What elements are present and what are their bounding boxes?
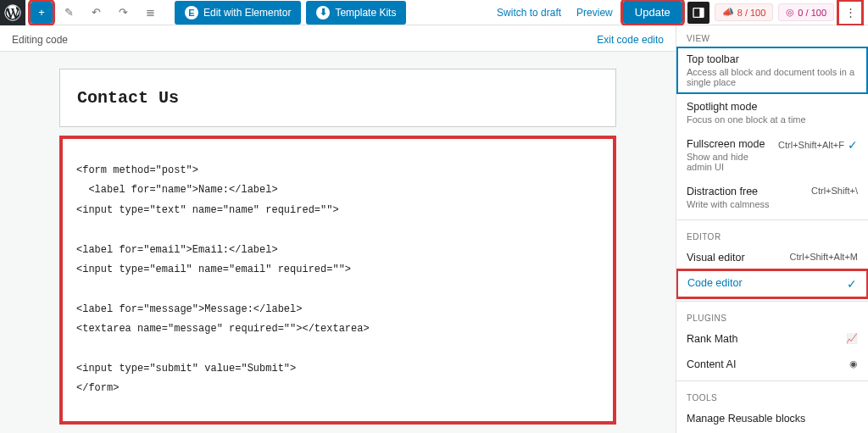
- option-spotlight[interactable]: Spotlight mode Focus on one block at a t…: [676, 94, 868, 131]
- undo-icon: ↶: [87, 4, 104, 21]
- details-button[interactable]: ≣: [139, 2, 161, 24]
- update-button[interactable]: Update: [623, 1, 682, 24]
- download-icon: ⬇: [316, 6, 330, 19]
- check-icon: ✓: [848, 138, 858, 152]
- option-fullscreen[interactable]: Fullscreen mode Show and hide admin UI C…: [676, 131, 868, 179]
- editor-column: Editing code Exit code edito Contact Us …: [0, 25, 676, 433]
- redo-icon: ↷: [114, 4, 131, 21]
- spotlight-sub: Focus on one block at a time: [687, 114, 806, 125]
- page-title: Contact Us: [77, 88, 598, 108]
- reusable-label: Manage Reusable blocks: [687, 413, 805, 425]
- add-block-button[interactable]: +: [31, 2, 53, 24]
- elementor-icon: E: [185, 6, 198, 19]
- spotlight-label: Spotlight mode: [687, 101, 806, 113]
- editing-code-label: Editing code: [12, 34, 68, 46]
- edit-with-elementor-button[interactable]: E Edit with Elementor: [175, 1, 301, 25]
- option-visual-editor[interactable]: Visual editor Ctrl+Shift+Alt+M: [676, 245, 868, 270]
- spiral-icon: ◉: [849, 358, 858, 369]
- preview-link[interactable]: Preview: [571, 3, 618, 22]
- distraction-shortcut: Ctrl+Shift+\: [811, 186, 858, 196]
- undo-button[interactable]: ↶: [85, 2, 107, 24]
- chart-icon: 📈: [846, 333, 858, 344]
- wp-logo[interactable]: [0, 0, 25, 25]
- sidebar-icon: [692, 6, 705, 19]
- option-content-ai[interactable]: Content AI ◉: [676, 352, 868, 377]
- kebab-icon: ⋮: [845, 6, 856, 19]
- distraction-sub: Write with calmness: [687, 199, 770, 209]
- option-code-editor[interactable]: Code editor ✓: [677, 270, 867, 297]
- section-tools-label: TOOLS: [676, 385, 868, 406]
- redo-button[interactable]: ↷: [112, 2, 134, 24]
- top-toolbar-label: Top toolbar: [687, 53, 858, 65]
- section-editor-label: EDITOR: [676, 224, 868, 245]
- seo-score-a[interactable]: 📣 8 / 100: [715, 3, 774, 21]
- top-toolbar-sub: Access all block and document tools in a…: [687, 67, 858, 87]
- option-manage-reusable[interactable]: Manage Reusable blocks: [676, 406, 868, 431]
- seo-score-b-value: 0 / 100: [798, 8, 826, 18]
- visual-editor-label: Visual editor: [687, 252, 745, 264]
- visual-editor-shortcut: Ctrl+Shift+Alt+M: [790, 252, 858, 262]
- fullscreen-shortcut: Ctrl+Shift+Alt+F: [778, 140, 844, 150]
- distraction-label: Distraction free: [687, 186, 770, 197]
- content-ai-label: Content AI: [687, 358, 736, 370]
- code-editor-label: Code editor: [687, 277, 743, 289]
- template-kits-button[interactable]: ⬇ Template Kits: [306, 1, 406, 25]
- rank-math-label: Rank Math: [687, 333, 737, 345]
- section-view-label: VIEW: [676, 25, 868, 47]
- option-distraction-free[interactable]: Distraction free Write with calmness Ctr…: [676, 179, 868, 216]
- check-icon: ✓: [847, 277, 857, 291]
- elementor-label: Edit with Elementor: [203, 7, 291, 19]
- options-menu-button[interactable]: ⋮: [839, 2, 861, 24]
- seo-score-a-value: 8 / 100: [737, 8, 766, 18]
- switch-to-draft-link[interactable]: Switch to draft: [492, 3, 566, 22]
- list-icon: ≣: [142, 4, 159, 21]
- target-icon: ◎: [786, 7, 794, 18]
- seo-score-b[interactable]: ◎ 0 / 100: [778, 3, 834, 21]
- plus-icon: +: [38, 6, 45, 19]
- edit-mode-button[interactable]: ✎: [58, 2, 80, 24]
- svg-rect-2: [699, 8, 704, 17]
- settings-toggle[interactable]: [687, 2, 709, 24]
- megaphone-icon: 📣: [722, 7, 734, 18]
- editor-subbar: Editing code Exit code edito: [0, 25, 676, 52]
- title-block[interactable]: Contact Us: [59, 69, 616, 127]
- top-toolbar: + ✎ ↶ ↷ ≣ E Edit with Elementor ⬇ Templa…: [0, 0, 868, 25]
- fullscreen-label: Fullscreen mode: [687, 138, 771, 150]
- option-rank-math[interactable]: Rank Math 📈: [676, 326, 868, 352]
- pencil-icon: ✎: [60, 4, 77, 21]
- wordpress-icon: [4, 4, 21, 21]
- section-plugins-label: PLUGINS: [676, 305, 868, 326]
- code-editor-frame: <form method="post"> <label for="name">N…: [59, 136, 616, 425]
- exit-code-editor-link[interactable]: Exit code edito: [597, 34, 664, 46]
- template-kits-label: Template Kits: [335, 7, 396, 19]
- fullscreen-sub: Show and hide admin UI: [687, 152, 771, 172]
- options-panel: VIEW Top toolbar Access all block and do…: [676, 25, 868, 433]
- code-editor-content[interactable]: <form method="post"> <label for="name">N…: [76, 161, 599, 399]
- option-top-toolbar[interactable]: Top toolbar Access all block and documen…: [676, 47, 868, 94]
